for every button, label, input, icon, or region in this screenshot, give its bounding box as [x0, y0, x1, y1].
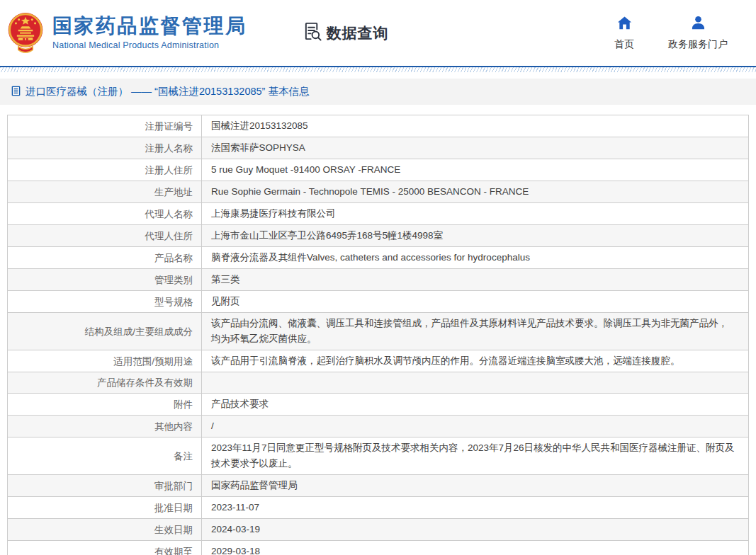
table-row: 管理类别第三类: [8, 269, 748, 291]
header-divider-hatch: [0, 67, 756, 72]
table-row: 注册证编号国械注进20153132085: [8, 115, 748, 137]
row-value: 2024-03-19: [202, 519, 748, 540]
row-value: 该产品由分流阀、储液囊、调压工具和连接管组成，产品组件及其原材料详见产品技术要求…: [202, 313, 748, 350]
table-row: 生效日期2024-03-19: [8, 519, 748, 541]
row-label: 型号规格: [8, 291, 202, 312]
table-row: 注册人名称法国索菲萨SOPHYSA: [8, 137, 748, 159]
row-label: 代理人名称: [8, 203, 202, 224]
table-row: 备注2023年11月7日同意更正型号规格附页及技术要求相关内容，2023年7月2…: [8, 437, 748, 475]
table-row: 注册人住所5 rue Guy Moquet -91400 ORSAY -FRAN…: [8, 159, 748, 181]
row-label: 注册证编号: [8, 115, 202, 137]
table-row: 其他内容/: [8, 416, 748, 437]
table-row: 适用范围/预期用途该产品用于引流脑脊液，起到治疗脑积水及调节颅内压的作用。分流器…: [8, 350, 748, 372]
data-query-label: 数据查询: [327, 23, 389, 43]
row-value: Rue Sophie Germain - Technopole TEMIS - …: [202, 181, 748, 202]
nav-gov-portal-label: 政务服务门户: [668, 38, 728, 51]
row-value: 上海市金山工业区亭卫公路6495弄168号5幢1楼4998室: [202, 225, 748, 246]
row-value: 2029-03-18: [202, 541, 748, 555]
row-label: 其他内容: [8, 416, 202, 437]
row-value: 法国索菲萨SOPHYSA: [202, 137, 748, 159]
national-emblem-icon: [6, 11, 45, 56]
row-value: /: [202, 416, 748, 437]
row-label: 附件: [8, 394, 202, 415]
nav-item-home[interactable]: 首页: [614, 15, 634, 51]
page-header: 国家药品监督管理局 National Medical Products Admi…: [0, 0, 756, 66]
table-row: 有效期至2029-03-18: [8, 541, 748, 555]
table-row: 生产地址Rue Sophie Germain - Technopole TEMI…: [8, 181, 748, 203]
row-value: 该产品用于引流脑脊液，起到治疗脑积水及调节颅内压的作用。分流器近端连接脑室或腰大…: [202, 350, 748, 372]
breadcrumb-text: 进口医疗器械（注册） —— “国械注进20153132085” 基本信息: [26, 85, 309, 98]
data-query-link[interactable]: 数据查询: [303, 21, 389, 45]
row-value: 2023年11月7日同意更正型号规格附页及技术要求相关内容，2023年7月26日…: [202, 437, 748, 474]
row-label: 审批部门: [8, 475, 202, 496]
info-table: 注册证编号国械注进20153132085注册人名称法国索菲萨SOPHYSA注册人…: [7, 115, 749, 555]
row-label: 备注: [8, 437, 202, 474]
document-icon: [11, 86, 21, 98]
row-value: 脑脊液分流器及其组件Valves, catheters and accessor…: [202, 247, 748, 268]
table-row: 批准日期2023-11-07: [8, 497, 748, 519]
home-icon: [616, 15, 633, 34]
row-label: 管理类别: [8, 269, 202, 290]
breadcrumb: 进口医疗器械（注册） —— “国械注进20153132085” 基本信息: [0, 79, 756, 105]
site-title: 国家药品监督管理局: [52, 16, 247, 38]
row-label: 生效日期: [8, 519, 202, 540]
table-row: 结构及组成/主要组成成分该产品由分流阀、储液囊、调压工具和连接管组成，产品组件及…: [8, 313, 748, 350]
site-logo[interactable]: 国家药品监督管理局 National Medical Products Admi…: [6, 11, 247, 56]
table-row: 型号规格见附页: [8, 291, 748, 313]
table-row: 产品名称脑脊液分流器及其组件Valves, catheters and acce…: [8, 247, 748, 269]
row-label: 有效期至: [8, 541, 202, 555]
row-value: 第三类: [202, 269, 748, 290]
table-row: 产品储存条件及有效期: [8, 372, 748, 394]
row-label: 批准日期: [8, 497, 202, 518]
table-row: 审批部门国家药品监督管理局: [8, 475, 748, 497]
row-value: 见附页: [202, 291, 748, 312]
table-row: 代理人住所上海市金山工业区亭卫公路6495弄168号5幢1楼4998室: [8, 225, 748, 247]
table-row: 附件产品技术要求: [8, 394, 748, 416]
row-label: 代理人住所: [8, 225, 202, 246]
row-value: 产品技术要求: [202, 394, 748, 415]
site-subtitle: National Medical Products Administration: [52, 40, 247, 50]
row-value: [202, 372, 748, 393]
row-label: 注册人名称: [8, 137, 202, 159]
nav-item-gov-portal[interactable]: 政务服务门户: [668, 15, 728, 51]
row-label: 生产地址: [8, 181, 202, 202]
row-value: 5 rue Guy Moquet -91400 ORSAY -FRANCE: [202, 159, 748, 181]
row-value: 上海康易捷医疗科技有限公司: [202, 203, 748, 224]
row-value: 国家药品监督管理局: [202, 475, 748, 496]
row-label: 适用范围/预期用途: [8, 350, 202, 372]
row-value: 2023-11-07: [202, 497, 748, 518]
data-query-icon: [303, 21, 323, 45]
row-label: 产品储存条件及有效期: [8, 372, 202, 393]
user-icon: [690, 15, 706, 34]
row-label: 产品名称: [8, 247, 202, 268]
row-label: 注册人住所: [8, 159, 202, 181]
row-value: 国械注进20153132085: [202, 115, 748, 137]
nav-home-label: 首页: [614, 38, 634, 51]
top-nav: 首页 政务服务门户: [614, 15, 728, 51]
row-label: 结构及组成/主要组成成分: [8, 313, 202, 350]
table-row: 代理人名称上海康易捷医疗科技有限公司: [8, 203, 748, 225]
